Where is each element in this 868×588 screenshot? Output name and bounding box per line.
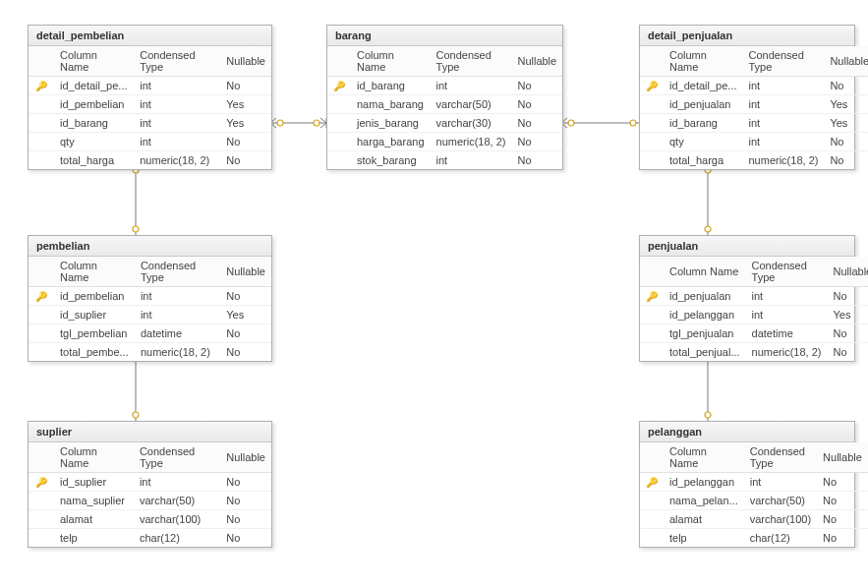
col-nullable: No bbox=[817, 510, 868, 529]
column-row[interactable]: qtyintNo bbox=[29, 133, 271, 151]
pk-cell: 🔑 bbox=[640, 287, 664, 306]
col-name: qty bbox=[664, 133, 743, 151]
col-type: varchar(100) bbox=[134, 510, 220, 529]
col-nullable: No bbox=[817, 492, 868, 510]
column-row[interactable]: total_harganumeric(18, 2)No bbox=[29, 151, 271, 170]
header-type: Condensed Type bbox=[744, 442, 817, 473]
table-detail_penjualan[interactable]: detail_penjualanColumn NameCondensed Typ… bbox=[639, 25, 855, 170]
col-type: int bbox=[746, 306, 828, 324]
col-nullable: No bbox=[511, 77, 562, 95]
col-nullable: No bbox=[220, 287, 271, 306]
header-col: Column Name bbox=[664, 257, 746, 287]
col-nullable: No bbox=[220, 151, 271, 170]
header-null: Nullable bbox=[827, 257, 868, 287]
column-row[interactable]: jenis_barangvarchar(30)No bbox=[327, 114, 562, 133]
col-type: int bbox=[743, 114, 825, 133]
column-row[interactable]: stok_barangintNo bbox=[327, 151, 562, 170]
col-name: id_pelanggan bbox=[664, 473, 744, 492]
col-nullable: No bbox=[511, 95, 562, 114]
pk-cell bbox=[640, 492, 664, 510]
col-name: qty bbox=[54, 133, 134, 151]
col-nullable: No bbox=[511, 133, 562, 151]
column-row[interactable]: id_barangintYes bbox=[29, 114, 271, 133]
key-icon: 🔑 bbox=[35, 81, 47, 91]
column-row[interactable]: telpchar(12)No bbox=[640, 529, 868, 548]
key-icon: 🔑 bbox=[35, 477, 47, 488]
table-barang[interactable]: barangColumn NameCondensed TypeNullable🔑… bbox=[326, 25, 563, 170]
column-row[interactable]: id_pembelianintYes bbox=[29, 95, 271, 114]
column-row[interactable]: 🔑id_detail_pe...intNo bbox=[640, 77, 868, 95]
header-type: Condensed Type bbox=[134, 46, 220, 77]
pk-cell bbox=[327, 95, 351, 114]
col-nullable: No bbox=[220, 510, 271, 529]
key-icon: 🔑 bbox=[646, 81, 658, 91]
column-row[interactable]: id_pelangganintYes bbox=[640, 306, 868, 324]
column-row[interactable]: 🔑id_penjualanintNo bbox=[640, 287, 868, 306]
column-row[interactable]: qtyintNo bbox=[640, 133, 868, 151]
col-nullable: No bbox=[220, 492, 271, 510]
column-row[interactable]: tgl_pembeliandatetimeNo bbox=[29, 324, 271, 343]
svg-point-5 bbox=[133, 226, 139, 232]
header-col: Column Name bbox=[54, 257, 135, 287]
column-row[interactable]: nama_barangvarchar(50)No bbox=[327, 95, 562, 114]
erd-canvas: detail_pembelianColumn NameCondensed Typ… bbox=[0, 0, 868, 588]
header-null: Nullable bbox=[220, 46, 271, 77]
column-row[interactable]: total_harganumeric(18, 2)No bbox=[640, 151, 868, 170]
column-row[interactable]: id_barangintYes bbox=[640, 114, 868, 133]
column-row[interactable]: nama_pelan...varchar(50)No bbox=[640, 492, 868, 510]
pk-cell bbox=[327, 133, 351, 151]
column-row[interactable]: id_penjualanintYes bbox=[640, 95, 868, 114]
table-penjualan[interactable]: penjualanColumn NameCondensed TypeNullab… bbox=[639, 235, 855, 362]
col-nullable: No bbox=[220, 529, 271, 548]
col-nullable: Yes bbox=[220, 114, 271, 133]
column-row[interactable]: total_pembe...numeric(18, 2)No bbox=[29, 343, 271, 362]
pk-cell bbox=[29, 114, 54, 133]
col-name: total_harga bbox=[664, 151, 743, 170]
svg-point-7 bbox=[133, 412, 139, 418]
col-name: id_penjualan bbox=[664, 287, 746, 306]
column-row[interactable]: telpchar(12)No bbox=[29, 529, 271, 548]
table-suplier[interactable]: suplierColumn NameCondensed TypeNullable… bbox=[28, 421, 272, 548]
col-nullable: No bbox=[220, 77, 271, 95]
header-type: Condensed Type bbox=[135, 257, 220, 287]
column-row[interactable]: alamatvarchar(100)No bbox=[640, 510, 868, 529]
column-row[interactable]: 🔑id_suplierintNo bbox=[29, 473, 271, 492]
header-null: Nullable bbox=[824, 46, 868, 77]
col-name: id_penjualan bbox=[664, 95, 743, 114]
column-row[interactable]: alamatvarchar(100)No bbox=[29, 510, 271, 529]
pk-cell bbox=[327, 114, 351, 133]
col-nullable: No bbox=[824, 151, 868, 170]
col-type: int bbox=[134, 473, 220, 492]
col-nullable: Yes bbox=[824, 114, 868, 133]
col-type: int bbox=[743, 77, 825, 95]
col-type: numeric(18, 2) bbox=[746, 343, 828, 362]
header-col: Column Name bbox=[351, 46, 431, 77]
col-type: int bbox=[746, 287, 828, 306]
table-detail_pembelian[interactable]: detail_pembelianColumn NameCondensed Typ… bbox=[28, 25, 272, 170]
table-title: pelanggan bbox=[640, 422, 854, 442]
column-row[interactable]: 🔑id_pembelianintNo bbox=[29, 287, 271, 306]
col-name: telp bbox=[664, 529, 744, 548]
column-row[interactable]: 🔑id_pelangganintNo bbox=[640, 473, 868, 492]
header-col: Column Name bbox=[54, 46, 134, 77]
column-row[interactable]: 🔑id_barangintNo bbox=[327, 77, 562, 95]
col-nullable: No bbox=[220, 343, 271, 362]
column-row[interactable]: tgl_penjualandatetimeNo bbox=[640, 324, 868, 343]
pk-cell bbox=[640, 151, 664, 170]
column-row[interactable]: harga_barangnumeric(18, 2)No bbox=[327, 133, 562, 151]
col-name: alamat bbox=[664, 510, 744, 529]
col-name: id_pelanggan bbox=[664, 306, 746, 324]
table-pembelian[interactable]: pembelianColumn NameCondensed TypeNullab… bbox=[28, 235, 272, 362]
column-row[interactable]: nama_supliervarchar(50)No bbox=[29, 492, 271, 510]
column-row[interactable]: total_penjual...numeric(18, 2)No bbox=[640, 343, 868, 362]
column-row[interactable]: 🔑id_detail_pe...intNo bbox=[29, 77, 271, 95]
header-col: Column Name bbox=[54, 442, 134, 473]
col-type: varchar(100) bbox=[744, 510, 817, 529]
table-pelanggan[interactable]: pelangganColumn NameCondensed TypeNullab… bbox=[639, 421, 855, 548]
column-row[interactable]: id_suplierintYes bbox=[29, 306, 271, 324]
col-name: nama_suplier bbox=[54, 492, 134, 510]
key-icon: 🔑 bbox=[646, 291, 658, 302]
columns-grid: Column NameCondensed TypeNullable🔑id_sup… bbox=[29, 442, 271, 547]
pk-cell: 🔑 bbox=[29, 473, 54, 492]
columns-grid: Column NameCondensed TypeNullable🔑id_pem… bbox=[29, 257, 271, 361]
